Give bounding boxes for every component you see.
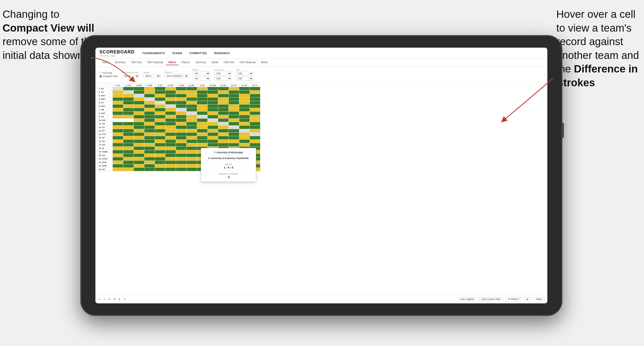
matrix-cell-r10-c0[interactable] [113, 122, 123, 126]
matrix-cell-r11-c10[interactable] [218, 126, 229, 129]
matrix-cell-r7-c9[interactable] [208, 112, 218, 115]
matrix-cell-r8-c13[interactable] [250, 115, 260, 119]
matrix-cell-r19-c1[interactable] [123, 154, 134, 157]
matrix-cell-r1-c8[interactable] [197, 91, 208, 94]
matrix-cell-r1-c7[interactable] [187, 91, 197, 94]
matrix-cell-r11-c11[interactable] [229, 126, 239, 129]
matrix-cell-r17-c2[interactable] [134, 147, 144, 150]
matrix-cell-r5-c7[interactable] [187, 105, 197, 108]
matrix-cell-r10-c9[interactable] [208, 122, 218, 126]
nav-committee[interactable]: COMMITTEE [189, 52, 207, 55]
matrix-cell-r14-c3[interactable] [144, 136, 155, 140]
matrix-cell-r17-c5[interactable] [165, 147, 176, 150]
matrix-cell-r18-c4[interactable] [155, 150, 165, 154]
matrix-cell-r15-c0[interactable] [113, 140, 123, 143]
matrix-cell-r19-c2[interactable] [134, 154, 144, 157]
matrix-cell-r9-c6[interactable] [176, 119, 187, 122]
matrix-cell-r1-c6[interactable] [176, 91, 187, 94]
matrix-cell-r3-c0[interactable] [113, 98, 123, 101]
matrix-cell-r14-c1[interactable] [123, 136, 134, 140]
matrix-cell-r11-c12[interactable] [239, 126, 250, 129]
tab-h2h-grid-2[interactable]: H2H Grid [221, 60, 237, 65]
matrix-cell-r16-c8[interactable] [197, 143, 208, 147]
matrix-cell-r7-c6[interactable] [176, 112, 187, 115]
toolbar-undo[interactable]: ↩ [98, 298, 100, 300]
matrix-cell-r17-c4[interactable] [155, 147, 165, 150]
matrix-cell-r20-c1[interactable] [123, 157, 134, 161]
matrix-cell-r2-c13[interactable] [250, 94, 260, 98]
matrix-cell-r18-c6[interactable] [176, 150, 187, 154]
matrix-cell-r16-c10[interactable] [218, 143, 229, 147]
matrix-cell-r7-c1[interactable] [123, 112, 134, 115]
tab-summary-2[interactable]: Summary [193, 60, 209, 65]
matrix-cell-r15-c6[interactable] [176, 140, 187, 143]
matrix-cell-r9-c4[interactable] [155, 119, 165, 122]
matrix-cell-r3-c5[interactable] [165, 98, 176, 101]
matrix-cell-r10-c2[interactable] [134, 122, 144, 126]
matrix-cell-r2-c6[interactable] [176, 94, 187, 98]
toolbar-view-original[interactable]: View: Original [458, 297, 476, 301]
matrix-cell-r18-c1[interactable] [123, 150, 134, 154]
matrix-cell-r6-c10[interactable] [218, 108, 229, 112]
matrix-cell-r21-c5[interactable] [165, 161, 176, 164]
matrix-cell-r6-c9[interactable] [208, 108, 218, 112]
matrix-cell-r8-c12[interactable] [239, 115, 250, 119]
matrix-cell-r11-c1[interactable] [123, 126, 134, 129]
matrix-cell-r4-c0[interactable] [113, 101, 123, 105]
matrix-cell-r0-c9[interactable] [208, 87, 218, 91]
tab-players[interactable]: Players [179, 60, 192, 65]
matrix-cell-r2-c8[interactable] [197, 94, 208, 98]
matrix-cell-r3-c9[interactable] [208, 98, 218, 101]
matrix-cell-r15-c1[interactable] [123, 140, 134, 143]
matrix-cell-r14-c5[interactable] [165, 136, 176, 140]
matrix-cell-r23-c3[interactable] [144, 168, 155, 171]
matrix-cell-r4-c11[interactable] [229, 101, 239, 105]
matrix-cell-r9-c8[interactable] [197, 119, 208, 122]
tab-h2h-heatmap-1[interactable]: H2H Heatmap [145, 60, 165, 65]
matrix-cell-r16-c11[interactable] [229, 143, 239, 147]
matrix-cell-r6-c1[interactable] [123, 108, 134, 112]
matrix-cell-r18-c7[interactable] [187, 150, 197, 154]
matrix-cell-r16-c3[interactable] [144, 143, 155, 147]
matrix-cell-r22-c6[interactable] [176, 164, 187, 168]
matrix-cell-r1-c5[interactable] [165, 91, 176, 94]
matrix-cell-r8-c3[interactable] [144, 115, 155, 119]
matrix-cell-r12-c8[interactable] [197, 129, 208, 133]
matrix-cell-r15-c8[interactable] [197, 140, 208, 143]
matrix-cell-r3-c13[interactable] [250, 98, 260, 101]
matrix-cell-r7-c0[interactable] [113, 112, 123, 115]
toolbar-share[interactable]: Share [534, 297, 544, 301]
matrix-cell-r8-c4[interactable] [155, 115, 165, 119]
matrix-cell-r6-c0[interactable] [113, 108, 123, 112]
matrix-cell-r14-c8[interactable] [197, 136, 208, 140]
toolbar-timer[interactable]: ⏱ [124, 298, 126, 300]
matrix-cell-r22-c4[interactable] [155, 164, 165, 168]
matrix-cell-r22-c1[interactable] [123, 164, 134, 168]
matrix-cell-r16-c13[interactable] [250, 143, 260, 147]
matrix-cell-r6-c12[interactable] [239, 108, 250, 112]
matrix-cell-r3-c2[interactable] [134, 98, 144, 101]
matrix-cell-r2-c3[interactable] [144, 94, 155, 98]
matrix-cell-r4-c8[interactable] [197, 101, 208, 105]
matrix-cell-r5-c12[interactable] [239, 105, 250, 108]
matrix-cell-r9-c1[interactable] [123, 119, 134, 122]
matrix-cell-r8-c1[interactable] [123, 115, 134, 119]
matrix-cell-r15-c2[interactable] [134, 140, 144, 143]
nav-rankings[interactable]: RANKINGS [214, 52, 230, 55]
matrix-cell-r23-c6[interactable] [176, 168, 187, 171]
toolbar-settings[interactable]: ⚙ [113, 298, 115, 300]
matrix-cell-r12-c3[interactable] [144, 129, 155, 133]
matrix-cell-r12-c1[interactable] [123, 129, 134, 133]
matrix-cell-r5-c6[interactable] [176, 105, 187, 108]
matrix-cell-r21-c7[interactable] [187, 161, 197, 164]
matrix-cell-r17-c1[interactable] [123, 147, 134, 150]
matrix-cell-r21-c3[interactable] [144, 161, 155, 164]
matrix-cell-r9-c3[interactable] [144, 119, 155, 122]
matrix-cell-r9-c11[interactable] [229, 119, 239, 122]
matrix-cell-r2-c4[interactable] [155, 94, 165, 98]
matrix-cell-r16-c5[interactable] [165, 143, 176, 147]
matrix-cell-r23-c2[interactable] [134, 168, 144, 171]
matrix-cell-r15-c5[interactable] [165, 140, 176, 143]
matrix-cell-r11-c6[interactable] [176, 126, 187, 129]
matrix-cell-r16-c12[interactable] [239, 143, 250, 147]
